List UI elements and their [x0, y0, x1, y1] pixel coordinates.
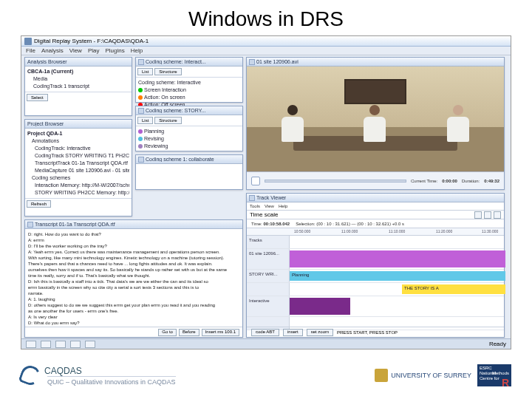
tree-item[interactable]: TranscriptTrack 01-1a Transcript QDA.rtf [27, 160, 129, 167]
tool-button[interactable] [484, 211, 491, 219]
menu-plugins[interactable]: Plugins [105, 47, 124, 54]
video-controls: Current Time: 0:00:00 Duration: 0:49:32 [247, 171, 504, 189]
tracks-area[interactable]: Tracks01 site 12096...STORY WRI...Planni… [247, 236, 504, 327]
current-time-label: Current Time: [411, 179, 437, 183]
tool-button[interactable] [474, 211, 482, 219]
pane-title: Analysis Browser [27, 59, 67, 64]
coding-scheme-collaborate-pane[interactable]: Coding scheme 1: collaborate [135, 154, 243, 190]
tab-structure[interactable]: Structure [154, 68, 181, 75]
tab-structure[interactable]: Structure [154, 117, 181, 124]
tree-item[interactable]: CodingTrack: Interactive [27, 145, 129, 152]
insert-button[interactable]: insert [283, 329, 303, 336]
seek-slider[interactable] [265, 180, 406, 183]
menu-file[interactable]: File [26, 47, 35, 54]
menu-analysis[interactable]: Analysis [41, 47, 64, 54]
blackboard [344, 79, 406, 104]
pane-title: 01 site 120906.avi [256, 59, 299, 64]
analysis-tree[interactable]: CBCA-1a (Current) Media CodingTrack 1 tr… [25, 66, 132, 92]
coding-heading: Coding scheme: Interactive [138, 79, 240, 86]
menubar[interactable]: File Analysis View Play Plugins Help [21, 47, 511, 55]
current-time: 0:00:00 [442, 179, 457, 183]
code-item[interactable]: Action: On screen [138, 94, 240, 101]
transcript-pane[interactable]: Transcript 01-1a Transcript QDA.rtf D: r… [24, 219, 243, 338]
research-methods-logo: ESRC National Centre for R Methods [477, 364, 511, 386]
quic-text: QUIC – Qualitative Innovations in CAQDAS [47, 376, 176, 386]
time-ruler[interactable]: 10:50.000 11:00.000 11:10.000 11:20.000 … [247, 228, 504, 236]
caqdas-text: CAQDAS [44, 366, 176, 376]
sb-rew-icon[interactable] [41, 341, 51, 348]
video-frame[interactable] [247, 66, 504, 171]
pane-title: Coding scheme 1: collaborate [146, 157, 214, 162]
selection-value: (00 : 10 : 31.621) — (00 : 10 : 32.621) … [316, 222, 404, 226]
pane-icon [138, 108, 144, 114]
workspace: Analysis Browser CBCA-1a (Current) Media… [21, 55, 511, 338]
play-button[interactable] [251, 177, 260, 185]
tab-list[interactable]: List [137, 68, 153, 75]
record-hint: PRESS START, PRESS STOP [337, 330, 398, 335]
pane-title: Transcript 01-1a Transcript QDA.rtf [35, 222, 115, 227]
tree-item[interactable]: MediaCapture 01 site 120906.avi - 01 sit… [27, 167, 129, 174]
video-icon [249, 59, 255, 65]
project-tree[interactable]: Project QDA-1 Annotations CodingTrack: I… [25, 129, 132, 198]
video-pane[interactable]: 01 site 120906.avi Current Time: 0:00:00… [246, 57, 505, 190]
refresh-button[interactable]: Refresh [27, 200, 51, 208]
code-item[interactable]: Planning [138, 128, 240, 135]
rm-r-icon: R [502, 381, 509, 386]
coding-scheme-interactive-pane[interactable]: Coding scheme: Interact... List Structur… [135, 57, 243, 103]
tl-menu-view[interactable]: View [265, 204, 274, 208]
duration: 0:49:32 [484, 179, 499, 183]
surrey-logo: UNIVERSITY OF SURREY [375, 369, 471, 382]
project-root[interactable]: Project QDA-1 [27, 130, 62, 137]
sb-prev-icon[interactable] [26, 341, 36, 348]
menu-play[interactable]: Play [88, 47, 100, 54]
tree-item[interactable]: Media [27, 75, 129, 83]
app-icon [24, 38, 32, 45]
goto-button[interactable]: Go to [158, 329, 177, 336]
project-browser-pane[interactable]: Project Browser Project QDA-1 Annotation… [24, 119, 132, 216]
pane-title: Track Viewer [256, 195, 286, 200]
statusbar: Ready [21, 338, 511, 349]
before-button[interactable]: Before [179, 329, 200, 336]
selection-label: Selection: [296, 222, 315, 226]
track-viewer-pane[interactable]: Track Viewer Tools View Help Time scale … [246, 193, 505, 338]
tree-item[interactable]: CodingTrack STORY WRITING T1 PH2C [27, 152, 129, 160]
status-text: Ready [489, 341, 506, 347]
tl-menu-help[interactable]: Help [279, 204, 287, 208]
surrey-stag-icon [375, 369, 388, 382]
menu-help[interactable]: Help [131, 47, 143, 54]
tree-item[interactable]: STORY WRITING PH2CC Memory: http://M-W [27, 189, 129, 197]
tree-item[interactable]: Interaction Memory: http://M-W/2007/sche… [27, 182, 129, 189]
transcript-icon [27, 222, 33, 228]
code-item[interactable]: Screen Interaction [138, 86, 240, 94]
pane-icon [138, 59, 144, 65]
person-left [278, 105, 307, 142]
pane-title: Project Browser [27, 121, 64, 126]
tab-list[interactable]: List [137, 117, 153, 124]
code-item[interactable]: Revising [138, 135, 240, 143]
analysis-browser-pane[interactable]: Analysis Browser CBCA-1a (Current) Media… [24, 57, 132, 116]
tree-item[interactable]: Annotations [27, 137, 129, 145]
insert-button[interactable]: Insert ms 100.1 [202, 329, 239, 336]
titlebar[interactable]: Digital Replay System - F:\CAQDAS\QDA-1 [21, 36, 511, 47]
menu-view[interactable]: View [69, 47, 82, 54]
tree-item[interactable]: CodingTrack 1 transcript [27, 83, 129, 90]
setzoom-button[interactable]: set zoom [307, 329, 333, 336]
duration-label: Duration: [462, 179, 480, 183]
pane-title: Coding scheme: Interact... [146, 59, 206, 64]
sb-fwd-icon[interactable] [70, 341, 81, 348]
tree-item[interactable]: Coding schemes [27, 174, 129, 182]
time-scale-label: Time scale [250, 211, 278, 218]
code-item[interactable]: Reviewing [138, 143, 240, 150]
select-button[interactable]: Select [27, 94, 48, 101]
tl-menu-tools[interactable]: Tools [250, 204, 260, 208]
analysis-project[interactable]: CBCA-1a (Current) [27, 68, 73, 75]
tool-button[interactable] [494, 211, 501, 219]
transcript-text[interactable]: D: right. How do you want to do that?A: … [25, 229, 242, 327]
code-abt-button[interactable]: code ABT [251, 329, 279, 336]
coding-scheme-story-pane[interactable]: Coding scheme: STORY... List Structure P… [135, 106, 243, 151]
pane-title: Coding scheme: STORY... [146, 108, 205, 113]
slide-title: Windows in DRS [0, 0, 532, 35]
sb-play-icon[interactable] [55, 341, 66, 348]
app-window: Digital Replay System - F:\CAQDAS\QDA-1 … [21, 35, 511, 349]
sb-next-icon[interactable] [85, 341, 95, 348]
